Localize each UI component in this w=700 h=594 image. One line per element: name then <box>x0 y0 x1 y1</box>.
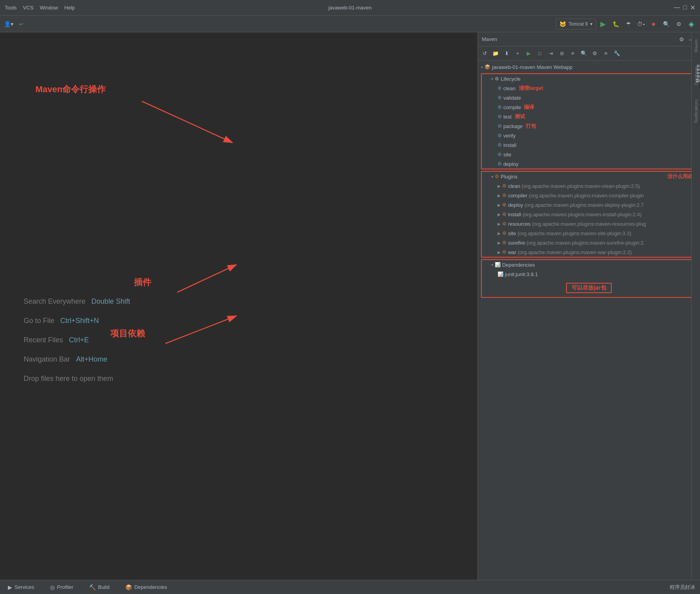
menu-window[interactable]: Window <box>40 5 58 11</box>
maven-settings-icon[interactable]: ⚙ <box>677 35 686 44</box>
compile-gear-icon: ⚙ <box>498 104 502 110</box>
lifecycle-clean[interactable]: ⚙ clean 清理target <box>482 84 696 93</box>
maven-run-btn[interactable]: ▶ <box>524 48 534 59</box>
settings-icon[interactable]: ⚙ <box>673 19 684 30</box>
minimize-button[interactable]: — <box>674 4 680 11</box>
lifecycle-site[interactable]: ⚙ site <box>482 150 696 159</box>
plugin-surefire-label: surefire (org.apache.maven.plugins:maven… <box>508 240 645 246</box>
drop-label: Drop files here to open them <box>24 375 113 382</box>
back-button[interactable]: ↩ <box>16 19 27 30</box>
package-annotation: 打包 <box>526 123 536 130</box>
plugin-site-label: site (org.apache.maven.plugins:maven-sit… <box>508 230 631 236</box>
package-label: package <box>503 123 523 129</box>
build-tab[interactable]: 🔨 Build <box>86 583 113 592</box>
maven-vertical-label: Maven <box>695 64 700 82</box>
profile-button[interactable]: ⏱▾ <box>635 19 646 30</box>
maven-refresh-btn[interactable]: ↺ <box>479 48 490 59</box>
stop-button[interactable]: ■ <box>648 19 659 30</box>
plugin-site-icon: ⚙ <box>502 230 507 236</box>
plugins-header-item[interactable]: ▾ ⚙ Plugins 没什么用处 <box>482 172 696 181</box>
lifecycle-package[interactable]: ⚙ package 打包 <box>482 121 696 131</box>
maven-no-btn[interactable]: ⊘ <box>557 48 567 59</box>
dep-junit-label: junit:junit:3.8.1 <box>505 271 538 277</box>
annotation-dep: 项目依赖 <box>110 328 145 340</box>
maven-skip-btn[interactable]: ⇥ <box>546 48 556 59</box>
close-button[interactable]: ✕ <box>690 4 695 11</box>
lifecycle-compile[interactable]: ⚙ compile 编译 <box>482 102 696 112</box>
search-label: Search Everywhere <box>24 297 85 305</box>
plugin-resources-chevron: ▶ <box>498 222 501 226</box>
package-gear-icon: ⚙ <box>498 123 502 129</box>
side-tab-notifications[interactable]: Notifications <box>693 96 699 126</box>
plugin-clean-detail: (org.apache.maven.plugins:maven-clean-pl… <box>522 183 640 189</box>
validate-label: validate <box>503 95 521 101</box>
maven-settings-icon2[interactable]: ⚙ <box>590 48 600 59</box>
deploy-label: deploy <box>503 161 518 167</box>
install-label: install <box>503 142 516 148</box>
maven-download-btn[interactable]: ⬇ <box>501 48 512 59</box>
coverage-button[interactable]: ☂ <box>623 19 634 30</box>
nav-label: Navigation Bar <box>24 355 70 363</box>
services-label: Services <box>15 584 34 590</box>
maven-add-btn[interactable]: + <box>512 48 523 59</box>
run-configuration-dropdown[interactable]: 🐱 Tomcat 9 ▾ <box>556 19 596 30</box>
lifecycle-deploy[interactable]: ⚙ deploy <box>482 159 696 169</box>
plugin-compiler[interactable]: ▶ ⚙ compiler (org.apache.maven.plugins:m… <box>482 191 696 200</box>
plugin-clean-icon: ⚙ <box>502 183 507 189</box>
account-button[interactable]: 👤▾ <box>3 19 14 30</box>
plugin-surefire[interactable]: ▶ ⚙ surefire (org.apache.maven.plugins:m… <box>482 238 696 247</box>
menu-tools[interactable]: Tools <box>5 5 17 11</box>
build-label: Build <box>98 584 110 590</box>
toolbar-left: 👤▾ ↩ <box>3 19 554 30</box>
dependencies-tab-label: Dependencies <box>134 584 167 590</box>
lifecycle-install[interactable]: ⚙ install <box>482 140 696 150</box>
dependencies-header-item[interactable]: ▾ 📊 Dependencies <box>482 260 696 269</box>
side-tab-maven[interactable]: Maven <box>693 36 699 56</box>
services-tab[interactable]: ▶ Services <box>5 583 37 592</box>
menu-vcs[interactable]: VCS <box>23 5 33 11</box>
lifecycle-validate[interactable]: ⚙ validate <box>482 93 696 102</box>
app-icon[interactable]: ◈ <box>686 19 697 30</box>
clean-gear-icon: ⚙ <box>498 85 502 91</box>
plugin-install-chevron: ▶ <box>498 212 501 217</box>
install-gear-icon: ⚙ <box>498 142 502 148</box>
maven-tree[interactable]: ▾ 📦 javaweb-01-maven Maven Webapp ▾ ⚙ Li… <box>478 61 700 580</box>
maven-collapse-icon[interactable]: ≡ <box>601 48 611 59</box>
maven-search-icon[interactable]: 🔍 <box>579 48 589 59</box>
test-gear-icon: ⚙ <box>498 114 502 119</box>
maven-root-item[interactable]: ▾ 📦 javaweb-01-maven Maven Webapp <box>478 62 700 72</box>
maximize-button[interactable]: □ <box>683 4 687 11</box>
debug-button[interactable]: 🐛 <box>610 19 621 30</box>
maven-wrench-icon[interactable]: 🔧 <box>612 48 622 59</box>
main-layout: Maven命令行操作 Search Everywhere Double Shif… <box>0 32 700 580</box>
site-label: site <box>503 152 511 158</box>
title-bar: Tools VCS Window Help javaweb-01-maven —… <box>0 0 700 16</box>
maven-folder-btn[interactable]: 📁 <box>490 48 501 59</box>
plugin-site[interactable]: ▶ ⚙ site (org.apache.maven.plugins:maven… <box>482 228 696 238</box>
run-button[interactable]: ▶ <box>598 19 609 30</box>
plugin-install-icon: ⚙ <box>502 212 507 217</box>
dropdown-chevron-icon: ▾ <box>590 21 592 27</box>
plugin-clean[interactable]: ▶ ⚙ clean (org.apache.maven.plugins:mave… <box>482 181 696 191</box>
plugin-deploy-label: deploy (org.apache.maven.plugins:maven-d… <box>508 202 644 208</box>
maven-stop-btn[interactable]: □ <box>535 48 545 59</box>
plugin-install[interactable]: ▶ ⚙ install (org.apache.maven.plugins:ma… <box>482 210 696 219</box>
plugin-resources[interactable]: ▶ ⚙ resources (org.apache.maven.plugins:… <box>482 219 696 228</box>
dep-junit[interactable]: 📊 junit:junit:3.8.1 <box>482 269 696 279</box>
plugin-war[interactable]: ▶ ⚙ war (org.apache.maven.plugins:maven-… <box>482 247 696 257</box>
maven-list-btn[interactable]: ≡ <box>568 48 578 59</box>
profiler-tab[interactable]: ◎ Profiler <box>47 583 76 592</box>
lifecycle-verify[interactable]: ⚙ verify <box>482 131 696 140</box>
dependencies-tab[interactable]: 📦 Dependencies <box>122 583 170 592</box>
plugin-war-label: war (org.apache.maven.plugins:maven-war-… <box>508 249 632 255</box>
search-everywhere-icon[interactable]: 🔍 <box>661 19 672 30</box>
plugin-deploy[interactable]: ▶ ⚙ deploy (org.apache.maven.plugins:mav… <box>482 200 696 210</box>
plugin-resources-icon: ⚙ <box>502 221 507 226</box>
root-chevron-icon: ▾ <box>481 65 483 69</box>
plugin-clean-label: clean (org.apache.maven.plugins:maven-cl… <box>508 183 640 189</box>
validate-gear-icon: ⚙ <box>498 95 502 100</box>
lifecycle-test[interactable]: ⚙ test 测试 <box>482 112 696 121</box>
menu-help[interactable]: Help <box>64 5 75 11</box>
lifecycle-item[interactable]: ▾ ⚙ Lifecycle <box>482 74 696 84</box>
goto-label: Go to File <box>24 317 54 325</box>
